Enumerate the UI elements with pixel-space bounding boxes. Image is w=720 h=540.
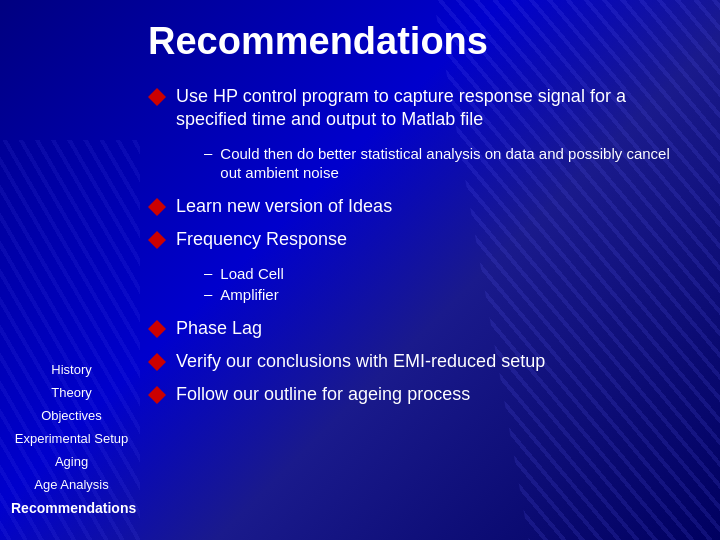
bullet-text-3: Frequency Response xyxy=(176,228,347,251)
slide-title: Recommendations xyxy=(148,20,690,63)
svg-marker-0 xyxy=(148,88,166,106)
slide: History Theory Objectives Experimental S… xyxy=(0,0,720,540)
content-area: Use HP control program to capture respon… xyxy=(148,85,690,411)
bullet-text-6: Follow our outline for ageing process xyxy=(176,383,470,406)
sidebar-item-objectives[interactable]: Objectives xyxy=(5,404,138,427)
sub-bullets-3: – Load Cell – Amplifier xyxy=(176,264,690,307)
bullet-item-4: Phase Lag xyxy=(148,317,690,340)
sub-bullet-3-2: – Amplifier xyxy=(204,285,690,305)
sidebar-item-recommendations[interactable]: Recommendations xyxy=(5,496,138,520)
svg-marker-2 xyxy=(148,231,166,249)
bullet-icon-6 xyxy=(148,386,166,404)
bullet-text-2: Learn new version of Ideas xyxy=(176,195,392,218)
sub-bullet-1-1: – Could then do better statistical analy… xyxy=(204,144,690,183)
bullet-icon-4 xyxy=(148,320,166,338)
bullet-item-3: Frequency Response xyxy=(148,228,690,251)
svg-marker-5 xyxy=(148,386,166,404)
bullet-icon-1 xyxy=(148,88,166,106)
sidebar-item-history[interactable]: History xyxy=(5,358,138,381)
bullet-icon-2 xyxy=(148,198,166,216)
sub-bullet-text-3-2: Amplifier xyxy=(220,285,278,305)
svg-marker-4 xyxy=(148,353,166,371)
bullet-item-6: Follow our outline for ageing process xyxy=(148,383,690,406)
bullet-item-2: Learn new version of Ideas xyxy=(148,195,690,218)
bullet-icon-3 xyxy=(148,231,166,249)
sub-bullets-1: – Could then do better statistical analy… xyxy=(176,144,690,185)
bullet-item-5: Verify our conclusions with EMI-reduced … xyxy=(148,350,690,373)
sub-bullet-3-1: – Load Cell xyxy=(204,264,690,284)
sub-bullet-text-3-1: Load Cell xyxy=(220,264,283,284)
sidebar-item-theory[interactable]: Theory xyxy=(5,381,138,404)
sidebar: History Theory Objectives Experimental S… xyxy=(0,0,138,540)
sidebar-item-age-analysis[interactable]: Age Analysis xyxy=(5,473,138,496)
sidebar-item-experimental-setup[interactable]: Experimental Setup xyxy=(5,427,138,450)
bullet-text-5: Verify our conclusions with EMI-reduced … xyxy=(176,350,545,373)
svg-marker-3 xyxy=(148,320,166,338)
bullet-text-4: Phase Lag xyxy=(176,317,262,340)
bullet-item-1: Use HP control program to capture respon… xyxy=(148,85,690,132)
sub-bullet-text-1-1: Could then do better statistical analysi… xyxy=(220,144,690,183)
sidebar-item-aging[interactable]: Aging xyxy=(5,450,138,473)
bullet-icon-5 xyxy=(148,353,166,371)
bullet-text-1: Use HP control program to capture respon… xyxy=(176,85,690,132)
main-content: Recommendations Use HP control program t… xyxy=(138,0,720,540)
svg-marker-1 xyxy=(148,198,166,216)
